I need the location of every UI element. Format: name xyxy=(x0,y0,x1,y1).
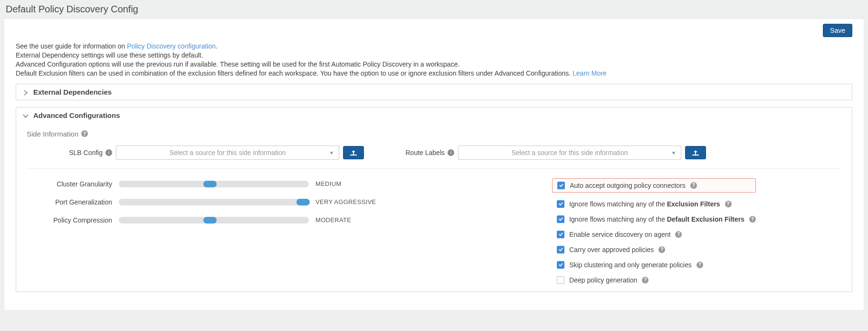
slb-config-label: SLB Config xyxy=(69,149,103,156)
external-dependencies-toggle[interactable]: External Dependencies xyxy=(16,84,852,100)
check-row: Skip clustering and only generate polici… xyxy=(557,261,756,269)
slb-config-select[interactable]: Select a source for this side informatio… xyxy=(116,146,339,160)
check-row: Ignore flows matching any of the Exclusi… xyxy=(557,200,756,208)
check-label: Ignore flows matching any of the Exclusi… xyxy=(569,200,720,208)
slider-thumb[interactable] xyxy=(296,199,310,205)
config-card: Save See the user guide for information … xyxy=(4,19,864,311)
check-label-bold: Exclusion Filters xyxy=(667,200,720,208)
advanced-config-accordion: Advanced Configurations Side Information… xyxy=(16,107,852,292)
checkbox[interactable] xyxy=(557,261,564,269)
help-icon[interactable] xyxy=(675,231,682,238)
help-icon[interactable] xyxy=(658,246,665,253)
slider-label: Port Generalization xyxy=(27,198,112,206)
check-row: Carry over approved policies xyxy=(557,246,756,253)
intro-text: See the user guide for information on Po… xyxy=(16,42,852,78)
slider-value: Moderate xyxy=(315,216,351,224)
route-labels-placeholder: Select a source for this side informatio… xyxy=(511,149,628,156)
check-label: Skip clustering and only generate polici… xyxy=(569,261,692,269)
advanced-config-toggle[interactable]: Advanced Configurations xyxy=(16,107,852,123)
info-icon[interactable] xyxy=(448,149,454,156)
svg-rect-0 xyxy=(350,155,357,156)
intro-line3: Advanced Configuration options will use … xyxy=(16,60,852,69)
checks-group: Auto accept outgoing policy connectorsIg… xyxy=(557,178,756,284)
slider-row: Port GeneralizationVery Aggressive xyxy=(27,198,376,206)
intro-line1-suffix: . xyxy=(216,42,218,50)
check-row: Enable service discovery on agent xyxy=(557,231,756,238)
slider-label: Cluster Granularity xyxy=(27,180,112,188)
caret-down-icon: ▼ xyxy=(671,150,676,155)
help-icon[interactable] xyxy=(749,216,756,223)
chevron-right-icon xyxy=(23,89,29,95)
svg-rect-1 xyxy=(692,155,699,156)
check-row: Deep policy generation xyxy=(557,276,756,284)
upload-icon xyxy=(691,149,700,156)
route-labels-upload-button[interactable] xyxy=(685,146,706,159)
check-label: Enable service discovery on agent xyxy=(569,231,670,238)
slider-thumb[interactable] xyxy=(203,217,217,224)
intro-line4-prefix: Default Exclusion filters can be used in… xyxy=(16,69,572,77)
info-icon[interactable] xyxy=(105,149,112,156)
slider-label: Policy Compression xyxy=(27,216,112,224)
slider-row: Cluster GranularityMedium xyxy=(27,180,376,188)
help-icon[interactable] xyxy=(690,182,697,189)
advanced-config-title: Advanced Configurations xyxy=(33,111,120,119)
checkbox[interactable] xyxy=(557,215,564,223)
policy-discovery-config-link[interactable]: Policy Discovery configuration xyxy=(127,42,216,50)
route-labels-row: Route Labels Select a source for this si… xyxy=(402,146,706,160)
check-row: Auto accept outgoing policy connectors xyxy=(552,178,756,193)
slider-track[interactable] xyxy=(119,217,309,224)
slider-value: Very Aggressive xyxy=(315,198,376,205)
page-title: Default Policy Discovery Config xyxy=(0,0,868,19)
checkbox[interactable] xyxy=(557,231,564,238)
external-dependencies-title: External Dependencies xyxy=(33,88,112,96)
caret-down-icon: ▼ xyxy=(329,150,334,155)
intro-line1-prefix: See the user guide for information on xyxy=(16,42,127,50)
slider-track[interactable] xyxy=(119,181,309,187)
help-icon[interactable] xyxy=(642,277,649,283)
intro-line2: External Dependency settings will use th… xyxy=(16,51,852,60)
slb-config-placeholder: Select a source for this side informatio… xyxy=(169,149,286,156)
check-label: Deep policy generation xyxy=(569,276,637,284)
route-labels-select[interactable]: Select a source for this side informatio… xyxy=(458,146,681,160)
checkbox[interactable] xyxy=(557,182,565,189)
side-information-label: Side Information xyxy=(27,130,78,138)
side-information-heading: Side Information xyxy=(27,130,841,138)
slider-thumb[interactable] xyxy=(203,181,217,187)
slider-track[interactable] xyxy=(119,199,309,205)
check-label: Ignore flows matching any of the Default… xyxy=(569,215,744,223)
external-dependencies-accordion: External Dependencies xyxy=(16,84,852,100)
checkbox[interactable] xyxy=(557,200,564,208)
check-label: Auto accept outgoing policy connectors xyxy=(570,182,686,189)
learn-more-link[interactable]: Learn More xyxy=(572,69,607,77)
help-icon[interactable] xyxy=(725,201,732,207)
slb-upload-button[interactable] xyxy=(343,146,364,159)
chevron-down-icon xyxy=(23,112,29,118)
checkbox[interactable] xyxy=(557,276,564,284)
help-icon[interactable] xyxy=(696,262,703,268)
save-button[interactable]: Save xyxy=(823,24,852,37)
help-icon[interactable] xyxy=(81,130,88,137)
route-labels-label: Route Labels xyxy=(405,149,445,156)
check-row: Ignore flows matching any of the Default… xyxy=(557,215,756,223)
slider-row: Policy CompressionModerate xyxy=(27,216,376,224)
divider xyxy=(27,168,841,169)
slb-config-row: SLB Config Select a source for this side… xyxy=(27,146,364,160)
slider-value: Medium xyxy=(315,180,342,187)
check-label-bold: Default Exclusion Filters xyxy=(667,215,744,223)
sliders-group: Cluster GranularityMediumPort Generaliza… xyxy=(27,180,376,224)
checkbox[interactable] xyxy=(557,246,564,253)
check-label: Carry over approved policies xyxy=(569,246,654,253)
upload-icon xyxy=(349,149,358,156)
